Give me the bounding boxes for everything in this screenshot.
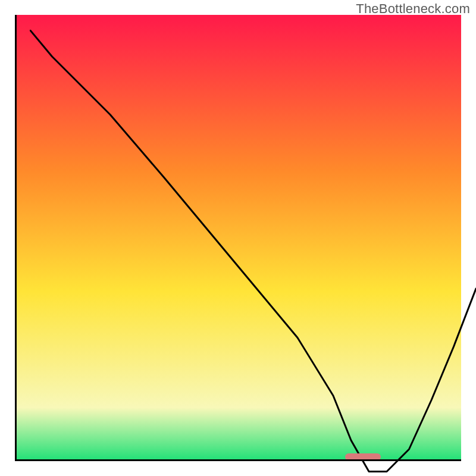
y-axis	[15, 15, 17, 461]
x-axis	[15, 459, 461, 461]
bottleneck-curve	[30, 30, 476, 476]
plot-area	[15, 15, 461, 461]
chart-canvas: TheBottleneck.com	[0, 0, 476, 476]
